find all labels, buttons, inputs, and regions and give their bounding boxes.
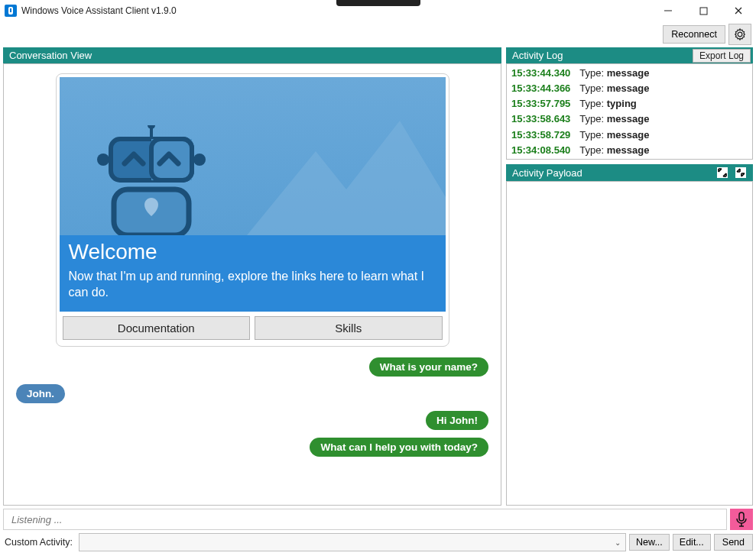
collapse-icon[interactable] xyxy=(735,166,747,179)
svg-rect-1 xyxy=(10,8,11,12)
custom-activity-combo[interactable]: ⌄ xyxy=(79,533,626,551)
message-bubble: John. xyxy=(16,384,65,403)
activity-log-panel: Activity Log Export Log 15:33:44.340Type… xyxy=(506,47,753,160)
svg-rect-17 xyxy=(739,512,744,521)
maximize-button[interactable] xyxy=(686,0,721,21)
reconnect-button[interactable]: Reconnect xyxy=(663,25,725,44)
send-activity-button[interactable]: Send xyxy=(714,534,753,551)
microphone-button[interactable] xyxy=(730,509,753,530)
documentation-button[interactable]: Documentation xyxy=(63,316,251,340)
window-controls xyxy=(651,0,756,21)
log-row[interactable]: 15:33:44.340Type: message xyxy=(511,66,748,81)
log-type: Type: message xyxy=(579,81,649,96)
log-time: 15:33:57.795 xyxy=(511,96,570,112)
log-row[interactable]: 15:33:58.729Type: message xyxy=(511,128,748,143)
log-time: 15:33:58.729 xyxy=(511,128,570,143)
svg-point-12 xyxy=(97,154,109,166)
custom-activity-row: Custom Activity: ⌄ New... Edit... Send xyxy=(0,532,756,556)
svg-rect-3 xyxy=(700,8,707,15)
edit-activity-button[interactable]: Edit... xyxy=(673,534,711,551)
right-column: Activity Log Export Log 15:33:44.340Type… xyxy=(506,47,753,506)
message-row: What is your name? xyxy=(16,357,488,377)
welcome-card: Welcome Now that I'm up and running, exp… xyxy=(56,73,449,347)
message-list: What is your name?John.Hi John!What can … xyxy=(13,357,492,457)
payload-header-icons xyxy=(716,166,747,179)
chevron-down-icon: ⌄ xyxy=(615,538,621,547)
log-type: Type: message xyxy=(579,143,649,158)
log-row[interactable]: 15:33:44.366Type: message xyxy=(511,81,748,96)
activity-payload-header: Activity Payload xyxy=(506,164,753,181)
main-content: Conversation View xyxy=(0,47,756,506)
new-activity-button[interactable]: New... xyxy=(629,534,670,551)
gear-icon xyxy=(733,27,747,41)
log-type: Type: message xyxy=(579,66,649,81)
listen-input[interactable] xyxy=(3,509,727,530)
app-icon xyxy=(5,5,17,17)
log-row[interactable]: 15:33:58.643Type: message xyxy=(511,112,748,127)
log-type: Type: message xyxy=(579,112,649,127)
log-time: 15:34:08.540 xyxy=(511,143,570,158)
log-type: Type: message xyxy=(579,128,649,143)
conversation-header-label: Conversation View xyxy=(9,50,92,61)
welcome-hero xyxy=(60,77,446,235)
message-bubble: What is your name? xyxy=(369,357,488,377)
activity-payload-body[interactable] xyxy=(506,181,753,506)
message-row: Hi John! xyxy=(16,411,488,430)
welcome-text: Welcome Now that I'm up and running, exp… xyxy=(60,235,446,312)
window-title: Windows Voice Assistant Client v1.9.0 xyxy=(21,5,177,16)
microphone-icon xyxy=(735,512,748,527)
custom-activity-label: Custom Activity: xyxy=(3,537,76,548)
message-bubble: Hi John! xyxy=(426,411,488,430)
activity-payload-header-label: Activity Payload xyxy=(512,167,582,179)
log-time: 15:33:44.340 xyxy=(511,66,570,81)
export-log-button[interactable]: Export Log xyxy=(693,49,751,63)
skills-button[interactable]: Skills xyxy=(255,316,443,340)
message-row: What can I help you with today? xyxy=(16,438,488,457)
welcome-card-buttons: Documentation Skills xyxy=(60,312,446,343)
welcome-title: Welcome xyxy=(69,240,436,264)
svg-point-8 xyxy=(148,125,155,129)
robot-icon xyxy=(86,125,216,235)
svg-point-13 xyxy=(193,154,206,166)
title-tab-decoration xyxy=(336,0,420,6)
activity-log-body[interactable]: 15:33:44.340Type: message15:33:44.366Typ… xyxy=(506,63,753,160)
log-row[interactable]: 15:33:57.795Type: typing xyxy=(511,96,748,112)
message-bubble: What can I help you with today? xyxy=(310,438,488,457)
activity-payload-panel: Activity Payload xyxy=(506,164,753,506)
conversation-header: Conversation View xyxy=(3,47,501,63)
conversation-body[interactable]: Welcome Now that I'm up and running, exp… xyxy=(3,63,501,506)
minimize-button[interactable] xyxy=(651,0,686,21)
conversation-panel: Conversation View xyxy=(3,47,501,506)
svg-marker-6 xyxy=(247,121,446,235)
input-row xyxy=(0,506,756,532)
welcome-subtitle: Now that I'm up and running, explore the… xyxy=(69,269,436,301)
activity-log-header: Activity Log Export Log xyxy=(506,47,753,63)
toolbar: Reconnect xyxy=(0,21,756,47)
svg-rect-16 xyxy=(735,167,746,178)
log-time: 15:33:44.366 xyxy=(511,81,570,96)
close-button[interactable] xyxy=(721,0,756,21)
log-row[interactable]: 15:34:08.540Type: message xyxy=(511,143,748,158)
title-bar: Windows Voice Assistant Client v1.9.0 xyxy=(0,0,756,21)
mountain-decoration xyxy=(247,105,446,235)
log-type: Type: typing xyxy=(579,96,636,112)
settings-button[interactable] xyxy=(728,24,751,45)
activity-log-header-label: Activity Log xyxy=(512,50,563,61)
log-time: 15:33:58.643 xyxy=(511,112,570,127)
message-row: John. xyxy=(16,384,488,403)
expand-icon[interactable] xyxy=(716,166,728,179)
